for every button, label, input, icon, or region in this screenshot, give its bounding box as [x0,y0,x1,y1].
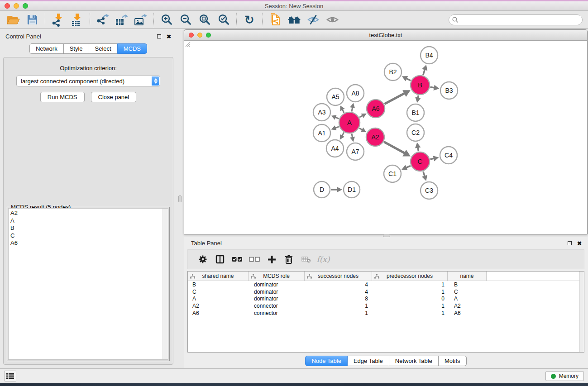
table-cell[interactable]: C [448,289,487,295]
dropdown-spinner-icon[interactable] [152,76,159,86]
graph-node-a3[interactable]: A3 [313,104,330,121]
network-from-file-button[interactable] [266,12,285,28]
network-close-button[interactable] [189,33,194,38]
table-cell[interactable]: 1 [372,289,448,295]
minimize-window-button[interactable] [14,3,19,9]
show-hide-panel-button[interactable] [323,12,342,28]
graph-node-c2[interactable]: C2 [407,124,424,141]
run-mcds-button[interactable]: Run MCDS [40,92,85,102]
table-cell[interactable]: A6 [448,310,487,316]
zoom-selected-button[interactable] [214,12,233,28]
delete-table-button[interactable] [297,251,315,267]
graph-node-c4[interactable]: C4 [440,147,457,164]
deselect-all-button[interactable] [246,251,263,267]
zoom-fit-button[interactable] [195,12,214,28]
graph-node-a8[interactable]: A8 [347,85,364,102]
result-list-scrollbar[interactable] [163,209,168,359]
tab-select[interactable]: Select [89,43,118,54]
table-cell[interactable]: B [188,281,249,288]
float-panel-icon[interactable] [157,34,161,38]
column-header-successor-nodes[interactable]: successor nodes [305,272,372,281]
graph-edge-a-a3[interactable] [335,117,339,119]
table-cell[interactable]: 1 [372,303,448,309]
table-tab-edge-table[interactable]: Edge Table [347,356,389,366]
resize-grip-icon[interactable] [184,41,191,47]
float-table-panel-icon[interactable] [568,241,572,245]
table-tab-motifs[interactable]: Motifs [438,356,467,366]
graph-node-b1[interactable]: B1 [407,104,424,121]
network-canvas-svg[interactable]: B4B2BB3A5A8A6B1A3AC2A1A2A4A7C4CC1C3DD1 [184,41,588,234]
graph-edge-a-a6[interactable] [359,115,363,117]
table-row-c[interactable]: Cdominator41C [188,288,584,295]
graph-edge-a-a4[interactable] [342,133,344,136]
graph-node-b[interactable]: B [411,76,430,95]
graph-node-a7[interactable]: A7 [347,143,364,160]
graph-edge-b-b2[interactable] [406,78,411,81]
table-row-a6[interactable]: A6connector11A6 [188,310,584,317]
tab-network[interactable]: Network [29,43,64,54]
export-table-button[interactable] [112,12,131,28]
close-window-button[interactable] [5,3,10,9]
column-header-mcds-role[interactable]: MCDS role [249,272,305,281]
table-cell[interactable]: dominator [249,289,305,295]
function-builder-button[interactable]: f(x) [315,251,332,267]
graph-edge-c-c1[interactable] [406,166,411,167]
zoom-window-button[interactable] [23,3,28,9]
graph-edge-a-a2[interactable] [359,128,363,130]
graph-edge-a-a5[interactable] [342,110,344,113]
table-cell[interactable]: connector [249,303,305,309]
graph-node-c3[interactable]: C3 [421,182,438,199]
graph-edge-a6-b[interactable] [384,93,405,104]
result-item-b[interactable]: B [10,224,168,232]
table-cell[interactable]: 0 [372,295,448,302]
graph-node-b4[interactable]: B4 [421,47,438,64]
import-network-button[interactable] [48,12,67,28]
result-item-a2[interactable]: A2 [10,210,168,217]
graph-edge-a2-c[interactable] [384,142,405,153]
split-column-button[interactable] [211,251,229,267]
column-header-shared-name[interactable]: shared name [188,272,249,281]
import-table-button[interactable] [67,12,86,28]
table-cell[interactable]: A2 [448,303,487,309]
toggle-graphics-details-button[interactable] [304,12,323,28]
table-cell[interactable]: 4 [305,281,372,288]
table-cell[interactable]: 4 [305,289,372,295]
task-history-button[interactable] [4,371,16,381]
mcds-result-list[interactable]: A2ABCA6 [8,208,168,360]
graph-node-a6[interactable]: A6 [367,100,385,118]
graph-edge-c-c3[interactable] [423,172,425,176]
graph-edge-a-a1[interactable] [335,127,339,128]
graph-node-a[interactable]: A [339,112,360,133]
graph-node-a4[interactable]: A4 [326,140,344,157]
network-zoom-button[interactable] [206,33,211,38]
table-cell[interactable]: 1 [372,310,448,316]
table-cell[interactable]: 1 [305,310,372,316]
table-cell[interactable]: 1 [305,303,372,309]
close-panel-button[interactable]: Close panel [91,92,137,102]
horizontal-splitter-handle[interactable] [383,234,390,237]
tab-style[interactable]: Style [63,43,89,54]
graph-node-b3[interactable]: B3 [440,82,458,99]
graph-edge-b-b3[interactable] [430,87,435,88]
column-header-name[interactable]: name [448,272,487,281]
memory-button[interactable]: Memory [545,371,584,381]
table-tab-network-table[interactable]: Network Table [389,356,439,366]
close-table-panel-icon[interactable]: ✖ [577,241,582,246]
graph-edge-c-c4[interactable] [430,158,434,159]
table-cell[interactable]: 8 [305,295,372,302]
optimization-dropdown[interactable]: largest connected component (directed) [16,76,160,86]
table-cell[interactable]: 1 [372,281,448,288]
tab-mcds[interactable]: MCDS [117,43,147,54]
result-item-a6[interactable]: A6 [10,239,168,247]
export-image-button[interactable] [131,12,150,28]
export-network-button[interactable] [93,12,112,28]
refresh-button[interactable]: ↻ [240,12,259,28]
table-row-a2[interactable]: A2connector11A2 [188,302,584,310]
table-row-a[interactable]: Adominator80A [188,295,584,302]
graph-edge-a-a8[interactable] [352,107,353,111]
table-scrollbar[interactable] [579,272,584,352]
graph-node-d1[interactable]: D1 [344,181,360,198]
search-input[interactable] [449,14,583,25]
save-session-button[interactable] [23,12,42,28]
home-button[interactable] [285,12,304,28]
